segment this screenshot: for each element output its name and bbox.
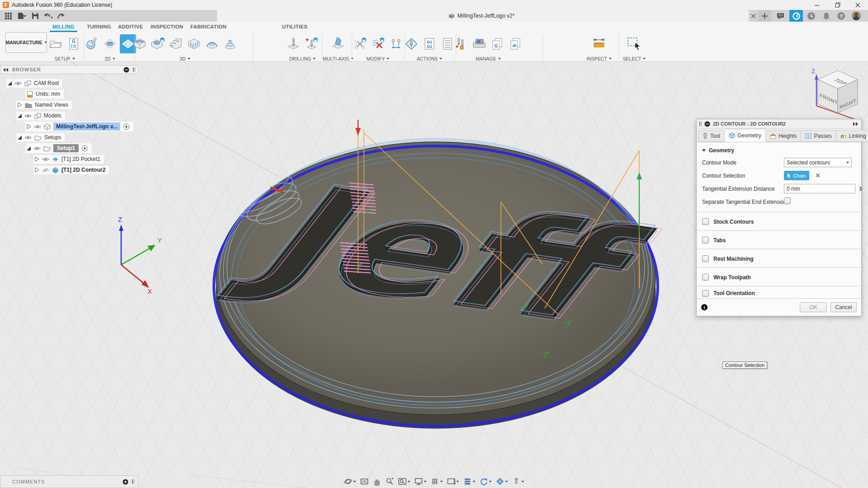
tree-item-2d-pocket1[interactable]: [T1] 2D Pocket1 <box>33 154 104 164</box>
tree-item-label-selected[interactable]: MillingTest-JeffLogo v... <box>53 122 120 131</box>
tab-linking[interactable]: Linking <box>836 130 868 142</box>
parallel-icon[interactable] <box>186 34 202 53</box>
measure-icon[interactable] <box>591 34 607 53</box>
tree-item-label[interactable]: Setups <box>44 134 61 141</box>
tool-orientation-label[interactable]: Tool Orientation <box>713 290 755 296</box>
group-2d-label[interactable]: 2D <box>104 56 110 61</box>
steep-and-shallow-icon[interactable] <box>168 34 184 53</box>
scallop-icon[interactable] <box>204 34 220 53</box>
comments-panel-icon[interactable] <box>774 10 787 22</box>
expanded-triangle-icon[interactable] <box>27 146 31 150</box>
target-radio-icon[interactable] <box>123 123 130 130</box>
pocket-clearing-icon[interactable] <box>150 34 166 53</box>
collapsed-triangle-icon[interactable] <box>27 124 31 129</box>
group-select-label[interactable]: SELECT <box>623 56 642 61</box>
comments-drag-handle[interactable] <box>132 479 134 484</box>
group-actions-label[interactable]: ACTIONS <box>417 56 438 61</box>
zoom-icon[interactable] <box>384 476 396 487</box>
restore-button[interactable] <box>827 0 848 10</box>
new-setup-icon[interactable] <box>47 34 64 53</box>
comments-bar[interactable]: COMMENTS <box>0 475 138 488</box>
group-3d-label[interactable]: 3D <box>179 56 185 61</box>
chain-selection-chip[interactable]: Chain <box>784 171 809 180</box>
expanded-triangle-icon[interactable] <box>18 136 22 140</box>
tool-orientation-checkbox[interactable] <box>702 290 709 297</box>
group-manage-label[interactable]: MANAGE <box>476 56 496 61</box>
tree-item-label[interactable]: [T1] 2D Contour2 <box>61 167 105 173</box>
minus-circle-icon[interactable] <box>704 121 710 127</box>
tree-item-cam-root[interactable]: CAM Root <box>6 78 62 89</box>
post-process-icon[interactable]: G1G2 <box>421 34 438 53</box>
2d-adaptive-icon[interactable] <box>84 34 100 53</box>
simulate-icon[interactable] <box>403 34 420 53</box>
tool-library-icon[interactable] <box>453 34 469 53</box>
tabs-label[interactable]: Tabs <box>713 237 726 244</box>
contour-mode-select[interactable]: Selected contours <box>784 158 852 167</box>
workspace-selector[interactable]: MANUFACTURE <box>5 32 47 53</box>
tree-item-label-setup1[interactable]: Setup1 <box>53 144 79 152</box>
tree-item-units[interactable]: Units: mm <box>25 89 64 99</box>
panel-drag-handle[interactable] <box>133 67 135 72</box>
plus-circle-icon[interactable] <box>123 479 128 485</box>
tool-orientation-section[interactable]: Tool Orientation <box>702 287 755 299</box>
avatar[interactable] <box>850 10 863 22</box>
tree-item-label[interactable]: [T1] 2D Pocket1 <box>61 156 100 162</box>
tab-heights[interactable]: Heights <box>766 130 802 142</box>
tab-utilities[interactable]: UTILITIES <box>279 24 310 31</box>
group-drilling-label[interactable]: DRILLING <box>289 56 311 61</box>
collapsed-triangle-icon[interactable] <box>35 167 39 173</box>
tabs-section[interactable]: Tabs <box>702 232 726 249</box>
collapse-panel-icon[interactable] <box>3 68 9 72</box>
tree-item-named-views[interactable]: Named Views <box>16 99 72 110</box>
undo-icon[interactable] <box>42 10 54 22</box>
steps-icon[interactable] <box>462 476 477 487</box>
eye-off-icon[interactable] <box>42 168 49 173</box>
delete-passes-icon[interactable] <box>370 34 386 53</box>
cancel-button[interactable]: Cancel <box>830 302 857 312</box>
group-inspect-label[interactable]: INSPECT <box>586 56 607 61</box>
collapsed-triangle-icon[interactable] <box>18 102 22 108</box>
wrap-toolpath-label[interactable]: Wrap Toolpath <box>713 274 751 281</box>
grid-settings-icon[interactable] <box>429 476 444 487</box>
template-library-icon[interactable] <box>507 34 524 53</box>
tree-item-label[interactable]: CAM Root <box>34 80 59 86</box>
stock-contours-label[interactable]: Stock Contours <box>713 219 754 225</box>
rest-machining-label[interactable]: Rest Machining <box>713 256 754 262</box>
expanded-triangle-icon[interactable] <box>18 114 22 118</box>
look-at-icon[interactable] <box>359 476 370 487</box>
tab-turning[interactable]: TURNING <box>84 24 114 31</box>
tabs-checkbox[interactable] <box>702 237 709 244</box>
group-setup-label[interactable]: SETUP <box>54 56 70 61</box>
tree-item-setups[interactable]: Setups <box>16 132 65 143</box>
tree-item-models[interactable]: Models <box>16 110 65 121</box>
minus-circle-icon[interactable] <box>123 67 129 73</box>
wrap-toolpath-section[interactable]: Wrap Toolpath <box>702 269 751 286</box>
coin-model[interactable]: Jeff Jeff Jeff Jeff <box>212 120 674 428</box>
viewports-icon[interactable] <box>446 476 461 487</box>
spinner-stepper[interactable] <box>859 184 862 193</box>
geometry-section-header[interactable]: Geometry <box>702 147 734 154</box>
separate-tangential-checkbox[interactable] <box>784 197 791 204</box>
clear-selection-icon[interactable]: ✕ <box>814 172 822 179</box>
eye-icon[interactable] <box>33 146 41 151</box>
expanded-triangle-icon[interactable] <box>8 81 12 85</box>
eye-icon[interactable] <box>24 135 32 140</box>
post-library-icon[interactable]: G <box>489 34 505 53</box>
swarf-icon[interactable] <box>330 34 346 53</box>
minimize-button[interactable] <box>807 0 827 10</box>
notifications-icon[interactable] <box>820 10 833 22</box>
ok-button[interactable]: OK <box>800 302 827 312</box>
eye-icon[interactable] <box>24 113 32 118</box>
refresh-icon[interactable] <box>478 476 493 487</box>
tab-inspection[interactable]: INSPECTION <box>148 24 186 31</box>
document-tab[interactable]: MillingTest-JeffLogo v2* <box>217 10 749 22</box>
adaptive-clearing-icon[interactable] <box>132 34 148 53</box>
fit-icon[interactable] <box>397 476 412 487</box>
recent-activity-icon[interactable] <box>805 10 817 22</box>
tool-display-icon[interactable] <box>511 476 526 487</box>
new-tab-icon[interactable] <box>758 10 771 22</box>
tab-milling[interactable]: MILLING <box>50 24 77 32</box>
navigation-toolbar[interactable] <box>343 476 526 487</box>
collapsed-triangle-icon[interactable] <box>35 156 39 162</box>
tab-geometry[interactable]: Geometry <box>725 129 766 142</box>
